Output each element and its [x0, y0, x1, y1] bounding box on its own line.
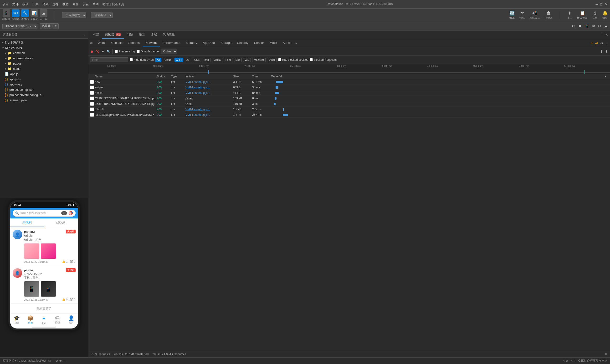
- search-button[interactable]: 🔍: [106, 50, 111, 53]
- col-header-time[interactable]: Time: [252, 75, 271, 78]
- col-header-initiator[interactable]: Initiator: [186, 75, 233, 78]
- tree-static[interactable]: ▶ 📁 static: [0, 66, 88, 71]
- device-select[interactable]: iPhone X 100% 16 ▾: [2, 24, 38, 29]
- menu-item-help[interactable]: 帮助: [93, 2, 99, 6]
- filter-ws-button[interactable]: WS: [243, 58, 251, 62]
- tab-issues[interactable]: 问题: [124, 31, 136, 39]
- copy-icon[interactable]: ⧉: [592, 24, 595, 28]
- details-button[interactable]: ℹ 详情: [592, 11, 597, 20]
- net-row-1[interactable]: new 200 xhr VM14.asdebug.js:1 3.4 kB 521…: [88, 79, 610, 85]
- tab-build[interactable]: 构建: [90, 31, 102, 39]
- tree-app-json[interactable]: { } app.json: [0, 77, 88, 82]
- copy-path-icon[interactable]: ⧉: [48, 359, 51, 363]
- phone-tab-found[interactable]: 已找到: [44, 219, 78, 227]
- tab-codequality[interactable]: 代码质量: [160, 31, 178, 39]
- menu-item-file[interactable]: 文件: [13, 2, 19, 6]
- net-row-3-checkbox[interactable]: [90, 91, 94, 95]
- debugger-button[interactable]: 🔧 调试器: [21, 9, 29, 21]
- menu-item-edit[interactable]: 编辑: [22, 2, 29, 6]
- filter-input[interactable]: [90, 57, 128, 62]
- subtab-mock[interactable]: Mock: [267, 39, 280, 46]
- has-blocked-cookies-checkbox[interactable]: Has blocked cookies: [278, 58, 308, 62]
- filter-other-button[interactable]: Other: [267, 58, 277, 62]
- cloud-button[interactable]: ☁ 云开发: [40, 9, 47, 21]
- subtab-appdata[interactable]: AppData: [200, 39, 218, 46]
- net-row-2-checkbox[interactable]: [90, 86, 94, 89]
- preview-button[interactable]: 👁 预览: [519, 11, 525, 20]
- subtab-wxml[interactable]: Wxml: [95, 39, 108, 46]
- col-header-type[interactable]: Type: [171, 75, 186, 78]
- preview-bottom-icon[interactable]: 👁: [59, 359, 62, 363]
- maximize-button[interactable]: □: [600, 2, 602, 6]
- hotreload-button[interactable]: 热重载 开 ▾: [40, 23, 59, 29]
- devtools-close-icon[interactable]: ✕: [605, 33, 608, 37]
- filter-toggle-button[interactable]: ▼: [101, 50, 105, 53]
- subtab-security[interactable]: Security: [234, 39, 251, 46]
- settings-gear[interactable]: ⚙: [605, 352, 607, 356]
- stop-icon[interactable]: ⏹: [578, 24, 582, 28]
- menu-item-project[interactable]: 项目: [2, 2, 9, 6]
- tree-app-js[interactable]: 📄 app.js: [0, 71, 88, 77]
- upload-button[interactable]: ⬆ 上传: [567, 11, 572, 20]
- net-cell-3-initiator[interactable]: VM14.asdebug.js:1: [186, 91, 233, 95]
- record-button[interactable]: ⏺: [90, 50, 93, 53]
- filter-xhr-button[interactable]: XHR: [174, 58, 183, 62]
- rotate-icon[interactable]: ↻: [598, 24, 601, 28]
- col-header-name[interactable]: Name: [95, 75, 157, 78]
- net-row-3[interactable]: notice 200 xhr VM14.asdebug.js:1 414 B 8…: [88, 90, 610, 96]
- subtab-performance[interactable]: Performance: [160, 39, 183, 46]
- blocked-requests-checkbox[interactable]: Blocked Requests: [310, 58, 337, 62]
- net-row-1-checkbox[interactable]: [90, 80, 94, 84]
- menu-item-settings[interactable]: 设置: [82, 2, 89, 6]
- menu-item-wx[interactable]: 微信开发者工具: [103, 2, 124, 6]
- phone-nav-find[interactable]: 🏷 招领: [51, 315, 64, 325]
- subtab-memory[interactable]: Memory: [183, 39, 200, 46]
- message-button[interactable]: 🔔 消息: [602, 11, 608, 20]
- clear-button[interactable]: 🚫: [95, 50, 99, 53]
- subtab-sensor[interactable]: Sensor: [251, 39, 267, 46]
- more-icon[interactable]: ☁: [604, 24, 608, 28]
- more-tabs-icon[interactable]: »: [295, 41, 297, 45]
- import-icon[interactable]: ⬆: [600, 49, 603, 54]
- filter-doc-button[interactable]: Doc: [234, 58, 242, 62]
- net-row-4-checkbox[interactable]: [90, 96, 94, 100]
- more-options-icon[interactable]: ⋮: [605, 41, 609, 45]
- subtab-console[interactable]: Console: [108, 39, 126, 46]
- simulator-button[interactable]: 📱 模拟器: [2, 9, 10, 21]
- net-row-5[interactable]: E63FE185D7D540C5B276705E6DB8364D.jpg 200…: [88, 101, 610, 107]
- hide-data-urls-checkbox[interactable]: Hide data URLs: [130, 58, 154, 62]
- file-panel-more[interactable]: ...: [83, 33, 85, 36]
- net-cell-6-initiator[interactable]: VM14.asdebug.js:1: [186, 108, 233, 111]
- compile-button[interactable]: 🔄 编译: [509, 11, 515, 20]
- filter-js-button[interactable]: JS: [185, 58, 191, 62]
- net-cell-2-initiator[interactable]: VM14.asdebug.js:1: [186, 86, 233, 89]
- filter-all-button[interactable]: All: [155, 58, 161, 62]
- refresh-icon[interactable]: ⟳: [572, 24, 575, 28]
- menu-item-tools[interactable]: 工具: [32, 2, 39, 6]
- menu-item-interface[interactable]: 界面: [72, 2, 79, 6]
- menu-item-view[interactable]: 视图: [63, 2, 69, 6]
- mode-select[interactable]: 小程序模式: [62, 12, 86, 18]
- filter-media-button[interactable]: Media: [212, 58, 222, 62]
- tree-common[interactable]: ▶ 📁 common: [0, 50, 88, 55]
- close-button[interactable]: ✕: [605, 2, 608, 6]
- settings-bottom-icon[interactable]: ⚙: [55, 359, 58, 363]
- phone-nav-lost[interactable]: 📦 失捡: [24, 315, 37, 325]
- tree-open-editors[interactable]: ▶ 打开的编辑器: [0, 39, 88, 45]
- settings-icon[interactable]: ⚙: [600, 41, 603, 45]
- net-row-7[interactable]: lostList?pageNum=1&size=5&status=0&byStr…: [88, 112, 610, 118]
- real-debug-button[interactable]: 📲 真机调试: [530, 11, 540, 20]
- devtools-dock-icon[interactable]: ⧉: [90, 40, 93, 46]
- filter-img-button[interactable]: Img: [203, 58, 210, 62]
- net-row-5-checkbox[interactable]: [90, 102, 94, 106]
- tab-output[interactable]: 输出: [136, 31, 148, 39]
- preserve-log-input[interactable]: [115, 50, 118, 53]
- col-header-size[interactable]: Size: [233, 75, 252, 78]
- net-row-6[interactable]: 8?id=8 200 xhr VM14.asdebug.js:1 1.7 kB …: [88, 107, 610, 112]
- phone-icon[interactable]: 📱: [585, 24, 589, 28]
- version-button[interactable]: 📋 版本管理: [577, 11, 588, 20]
- phone-nav-campus[interactable]: 🎓 校园: [10, 315, 24, 325]
- filter-manifest-button[interactable]: Manifest: [252, 58, 265, 62]
- preserve-log-checkbox[interactable]: Preserve log: [115, 50, 135, 53]
- tree-app-wxss[interactable]: { } app.wxss: [0, 82, 88, 87]
